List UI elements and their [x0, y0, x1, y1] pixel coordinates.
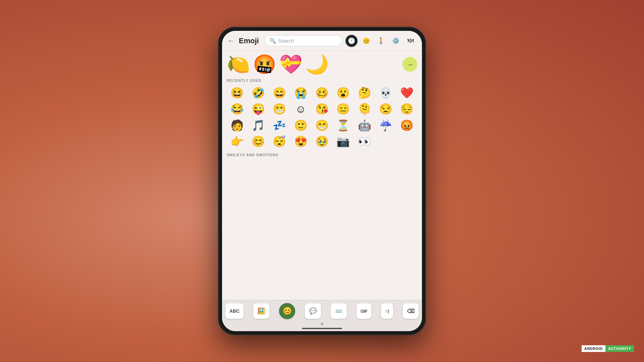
emoji-item[interactable]: 😔: [397, 101, 417, 117]
emoji-item[interactable]: 😑: [333, 101, 354, 117]
emoji-item[interactable]: 📷: [333, 134, 354, 149]
page-title: Emoji: [239, 37, 259, 45]
emoji-item[interactable]: ⏳: [333, 118, 354, 133]
emoji-item[interactable]: 🙂: [290, 118, 311, 133]
emoji-item[interactable]: 💤: [269, 118, 290, 133]
emoji-button[interactable]: 😊: [279, 303, 295, 319]
emoji-item[interactable]: 😴: [269, 134, 290, 149]
emoji-item[interactable]: 😡: [397, 118, 417, 133]
text-face-button[interactable]: :-): [381, 303, 393, 319]
emoji-item[interactable]: 🥴: [312, 85, 332, 101]
emoji-item[interactable]: 🤖: [354, 118, 375, 133]
emoji-item[interactable]: 😆: [227, 85, 247, 101]
watermark-authority: AUTHORITY: [605, 345, 634, 352]
emoji-item[interactable]: 💀: [375, 85, 396, 101]
chat-emoji-button[interactable]: 💬: [305, 303, 321, 319]
emoji-item[interactable]: 🥹: [312, 134, 332, 149]
emoji-item[interactable]: 😘: [312, 101, 332, 117]
emoji-item[interactable]: 😁: [312, 118, 332, 133]
emoji-item[interactable]: 😁: [269, 101, 290, 117]
emoji-item[interactable]: [397, 134, 417, 149]
keyboard-switch-button[interactable]: ⌨️: [331, 303, 347, 319]
people-category-button[interactable]: 🚶: [375, 35, 387, 47]
recently-used-label: RECENTLY USED: [227, 78, 417, 82]
smileys-emotions-label: SMILEYS AND EMOTIONS: [227, 153, 417, 157]
search-placeholder: Search: [278, 38, 294, 44]
emoji-item[interactable]: 👉: [227, 134, 247, 149]
keyboard-toolbar: ABC 🖼️ 😊 💬 ⌨️ GIF :-) ⌫ ∨: [222, 300, 422, 331]
search-icon: 🔍: [269, 38, 276, 44]
emoji-item[interactable]: 😜: [248, 101, 268, 117]
watermark-android: ANDROID: [582, 345, 605, 352]
emoji-item[interactable]: [375, 134, 396, 149]
emoji-item[interactable]: ☺️: [290, 101, 311, 117]
emoji-item[interactable]: 🧑: [227, 118, 247, 133]
emoji-item[interactable]: 😍: [290, 134, 311, 149]
gif-button[interactable]: GIF: [357, 303, 371, 319]
featured-emoji-1[interactable]: 🍋: [227, 55, 250, 74]
watermark: ANDROID AUTHORITY: [582, 345, 634, 352]
delete-button[interactable]: ⌫: [403, 303, 419, 319]
smiley-category-button[interactable]: 😊: [360, 35, 372, 47]
search-box[interactable]: 🔍 Search: [264, 35, 342, 46]
featured-next-button[interactable]: →: [402, 57, 417, 72]
food-category-button[interactable]: 🍽: [405, 35, 417, 47]
phone-screen: ← Emoji 🔍 Search 🕐 😊 🚶 ⚙️ 🍽 🍋 🤬 💝 🌙: [222, 31, 422, 331]
emoji-item[interactable]: 😄: [269, 85, 290, 101]
emoji-item[interactable]: 😭: [290, 85, 311, 101]
featured-emoji-2[interactable]: 🤬: [253, 55, 276, 74]
category-icons: 🕐 😊 🚶 ⚙️ 🍽: [345, 35, 417, 47]
emoji-item[interactable]: 😊: [248, 134, 268, 149]
emoji-item[interactable]: 😂: [227, 101, 247, 117]
back-button[interactable]: ←: [227, 37, 235, 45]
emoji-item[interactable]: 😮: [333, 85, 354, 101]
collapse-chevron[interactable]: ∨: [225, 321, 419, 326]
emoji-item[interactable]: 🤣: [248, 85, 268, 101]
featured-row: 🍋 🤬 💝 🌙 →: [227, 55, 417, 74]
featured-emoji-3[interactable]: 💝: [279, 55, 303, 74]
activities-category-button[interactable]: ⚙️: [390, 35, 402, 47]
abc-button[interactable]: ABC: [225, 303, 244, 319]
emoji-content: 🍋 🤬 💝 🌙 → RECENTLY USED 😆 🤣 😄 😭 🥴 😮 🤔 💀 …: [222, 51, 422, 300]
emoji-item[interactable]: 👀: [354, 134, 375, 149]
emoji-item[interactable]: 🎵: [248, 118, 268, 133]
sticker-button[interactable]: 🖼️: [253, 303, 269, 319]
phone-frame: ← Emoji 🔍 Search 🕐 😊 🚶 ⚙️ 🍽 🍋 🤬 💝 🌙: [218, 27, 426, 335]
emoji-item[interactable]: ❤️: [397, 85, 417, 101]
emoji-item[interactable]: 🫠: [354, 101, 375, 117]
home-indicator: [302, 328, 342, 329]
featured-emoji-4[interactable]: 🌙: [305, 55, 329, 74]
emoji-header: ← Emoji 🔍 Search 🕐 😊 🚶 ⚙️ 🍽: [222, 31, 422, 51]
emoji-item[interactable]: ☔: [375, 118, 396, 133]
recent-category-button[interactable]: 🕐: [345, 35, 358, 47]
keyboard-mode-row: ABC 🖼️ 😊 💬 ⌨️ GIF :-) ⌫: [225, 303, 419, 319]
emoji-item[interactable]: 🤔: [354, 85, 375, 101]
recently-used-grid: 😆 🤣 😄 😭 🥴 😮 🤔 💀 ❤️ 😂 😜 😁 ☺️ 😘 😑 🫠 😒 😔: [227, 85, 417, 149]
emoji-item[interactable]: 😒: [375, 101, 396, 117]
